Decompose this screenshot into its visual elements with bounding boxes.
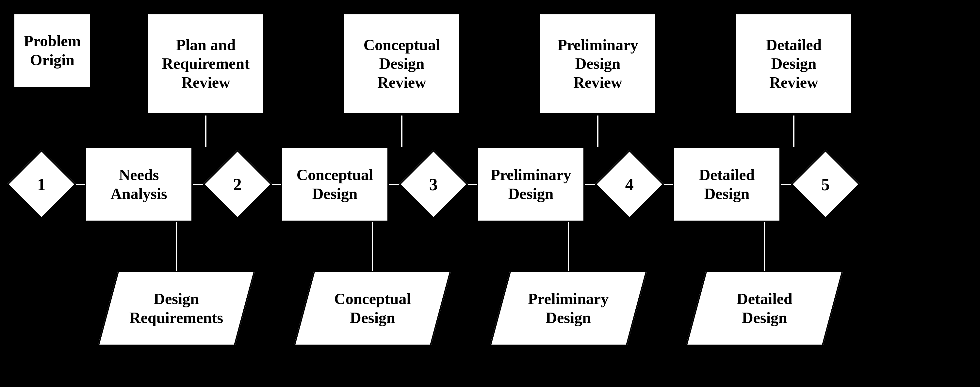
diamond-1: 1 xyxy=(7,150,76,219)
detailed-design-box: DetailedDesign xyxy=(673,147,781,222)
diamond-5: 5 xyxy=(791,150,860,219)
conceptual-design-parallelogram: ConceptualDesign xyxy=(294,271,451,346)
conceptual-design-review-box: ConceptualDesignReview xyxy=(343,13,461,114)
design-requirements-parallelogram: DesignRequirements xyxy=(98,271,255,346)
conceptual-design-box: ConceptualDesign xyxy=(281,147,389,222)
detailed-design-review-box: DetailedDesignReview xyxy=(735,13,853,114)
diagram-container: Problem Origin Plan andRequirementReview… xyxy=(0,0,980,387)
preliminary-design-parallelogram: PreliminaryDesign xyxy=(490,271,647,346)
diamond-4: 4 xyxy=(595,150,664,219)
plan-requirement-review-box: Plan andRequirementReview xyxy=(147,13,265,114)
needs-analysis-box: NeedsAnalysis xyxy=(85,147,193,222)
diamond-3: 3 xyxy=(399,150,468,219)
preliminary-design-box: PreliminaryDesign xyxy=(477,147,585,222)
preliminary-design-review-box: PreliminaryDesignReview xyxy=(539,13,657,114)
detailed-design-parallelogram: DetailedDesign xyxy=(686,271,843,346)
problem-origin-box: Problem Origin xyxy=(13,13,91,88)
diamond-2: 2 xyxy=(203,150,272,219)
